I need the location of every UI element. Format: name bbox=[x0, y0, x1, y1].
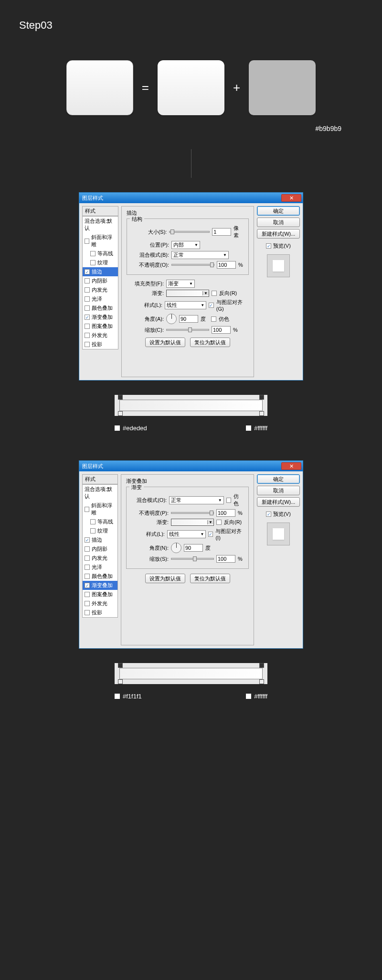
ok-button[interactable]: 确定 bbox=[257, 474, 300, 484]
gradient-bar[interactable] bbox=[119, 400, 263, 411]
scale-input[interactable] bbox=[216, 555, 235, 563]
new-style-button[interactable]: 新建样式(W)... bbox=[257, 497, 300, 507]
close-icon[interactable]: ✕ bbox=[281, 462, 301, 470]
reset-default-button[interactable]: 复位为默认值 bbox=[190, 338, 230, 347]
color-stop-left[interactable] bbox=[118, 411, 123, 416]
titlebar[interactable]: 图层样式 ✕ bbox=[79, 461, 303, 471]
style-checkbox[interactable] bbox=[90, 528, 96, 534]
style-item-4[interactable]: 内阴影 bbox=[83, 544, 117, 554]
style-item-3[interactable]: ✓描边 bbox=[83, 267, 118, 276]
color-stop-left[interactable] bbox=[118, 679, 123, 684]
opacity-stop-right[interactable] bbox=[259, 395, 264, 400]
blend-options-item[interactable]: 混合选项:默认 bbox=[83, 485, 117, 501]
style-checkbox[interactable] bbox=[85, 555, 90, 561]
angle-input[interactable] bbox=[179, 315, 198, 323]
style-item-8[interactable]: ✓渐变叠加 bbox=[83, 581, 117, 590]
style-item-3[interactable]: ✓描边 bbox=[83, 535, 117, 544]
style-item-2[interactable]: 纹理 bbox=[83, 526, 117, 535]
style-checkbox[interactable] bbox=[85, 278, 90, 283]
angle-dial[interactable] bbox=[166, 314, 177, 324]
reverse-checkbox[interactable] bbox=[212, 291, 217, 296]
blendmode-dropdown[interactable]: 正常▼ bbox=[171, 251, 229, 259]
style-checkbox[interactable]: ✓ bbox=[85, 269, 90, 274]
style-item-5[interactable]: 内发光 bbox=[83, 554, 117, 563]
style-checkbox[interactable] bbox=[85, 610, 90, 615]
style-checkbox[interactable] bbox=[85, 574, 90, 579]
preview-checkbox[interactable]: ✓ bbox=[266, 512, 271, 517]
set-default-button[interactable]: 设置为默认值 bbox=[145, 338, 185, 347]
style-dropdown[interactable]: 线性▼ bbox=[167, 530, 206, 538]
opacity-input[interactable] bbox=[217, 261, 236, 269]
style-item-7[interactable]: 颜色叠加 bbox=[83, 304, 118, 313]
style-item-5[interactable]: 内发光 bbox=[83, 285, 118, 294]
style-item-7[interactable]: 颜色叠加 bbox=[83, 572, 117, 581]
style-dropdown[interactable]: 线性▼ bbox=[165, 301, 206, 309]
filltype-dropdown[interactable]: 渐变▼ bbox=[166, 280, 195, 288]
new-style-button[interactable]: 新建样式(W)... bbox=[257, 229, 300, 239]
style-item-0[interactable]: 斜面和浮雕 bbox=[83, 501, 117, 517]
color-stop-right[interactable] bbox=[259, 679, 264, 684]
preview-checkbox[interactable]: ✓ bbox=[266, 243, 271, 249]
blendmode-dropdown[interactable]: 正常▼ bbox=[169, 496, 223, 504]
style-checkbox[interactable] bbox=[85, 592, 90, 597]
gradient-editor-1[interactable] bbox=[115, 395, 267, 416]
style-checkbox[interactable] bbox=[85, 565, 90, 570]
style-checkbox[interactable] bbox=[85, 296, 90, 302]
style-item-8[interactable]: ✓渐变叠加 bbox=[83, 313, 118, 322]
dither-checkbox[interactable] bbox=[226, 498, 232, 503]
ok-button[interactable]: 确定 bbox=[257, 206, 300, 216]
style-checkbox[interactable] bbox=[85, 324, 90, 329]
style-checkbox[interactable]: ✓ bbox=[85, 537, 90, 543]
style-item-9[interactable]: 图案叠加 bbox=[83, 590, 117, 599]
align-checkbox[interactable]: ✓ bbox=[208, 532, 213, 537]
style-item-10[interactable]: 外发光 bbox=[83, 331, 118, 340]
size-slider[interactable] bbox=[169, 231, 210, 233]
style-checkbox[interactable] bbox=[90, 260, 96, 265]
opacity-stop-left[interactable] bbox=[118, 663, 123, 668]
align-checkbox[interactable]: ✓ bbox=[209, 303, 214, 308]
scale-input[interactable] bbox=[212, 326, 231, 334]
dither-checkbox[interactable] bbox=[211, 316, 216, 322]
opacity-slider[interactable] bbox=[171, 512, 214, 514]
gradient-picker[interactable]: ▼ bbox=[166, 290, 209, 297]
scale-slider[interactable] bbox=[166, 329, 209, 331]
style-item-6[interactable]: 光泽 bbox=[83, 294, 118, 304]
style-item-0[interactable]: 斜面和浮雕 bbox=[83, 233, 118, 249]
style-checkbox[interactable]: ✓ bbox=[85, 315, 90, 320]
style-checkbox[interactable] bbox=[85, 239, 89, 244]
style-item-9[interactable]: 图案叠加 bbox=[83, 322, 118, 331]
style-checkbox[interactable] bbox=[85, 305, 90, 311]
opacity-stop-right[interactable] bbox=[259, 663, 264, 668]
gradient-picker[interactable]: ▼ bbox=[171, 519, 214, 526]
opacity-slider[interactable] bbox=[171, 264, 214, 266]
titlebar[interactable]: 图层样式 ✕ bbox=[79, 193, 303, 203]
angle-dial[interactable] bbox=[171, 543, 181, 553]
style-checkbox[interactable] bbox=[85, 333, 90, 338]
blend-options-item[interactable]: 混合选项:默认 bbox=[83, 217, 118, 233]
style-checkbox[interactable] bbox=[85, 601, 90, 606]
reset-default-button[interactable]: 复位为默认值 bbox=[190, 574, 230, 583]
scale-slider[interactable] bbox=[171, 558, 214, 560]
style-checkbox[interactable] bbox=[90, 519, 96, 524]
close-icon[interactable]: ✕ bbox=[281, 194, 301, 202]
style-checkbox[interactable] bbox=[85, 287, 90, 293]
style-item-2[interactable]: 纹理 bbox=[83, 258, 118, 267]
style-checkbox[interactable]: ✓ bbox=[85, 583, 90, 588]
style-item-4[interactable]: 内阴影 bbox=[83, 276, 118, 285]
style-item-11[interactable]: 投影 bbox=[83, 608, 117, 617]
style-checkbox[interactable] bbox=[85, 507, 89, 512]
position-dropdown[interactable]: 内部▼ bbox=[171, 241, 200, 249]
angle-input[interactable] bbox=[184, 544, 203, 552]
style-checkbox[interactable] bbox=[90, 251, 96, 256]
opacity-input[interactable] bbox=[216, 509, 235, 517]
reverse-checkbox[interactable] bbox=[216, 520, 222, 525]
gradient-bar[interactable] bbox=[119, 668, 263, 679]
color-stop-right[interactable] bbox=[259, 411, 264, 416]
style-item-6[interactable]: 光泽 bbox=[83, 563, 117, 572]
gradient-editor-2[interactable] bbox=[115, 663, 267, 684]
set-default-button[interactable]: 设置为默认值 bbox=[145, 574, 185, 583]
cancel-button[interactable]: 取消 bbox=[257, 486, 300, 495]
style-checkbox[interactable] bbox=[85, 342, 90, 347]
style-item-10[interactable]: 外发光 bbox=[83, 599, 117, 608]
style-checkbox[interactable] bbox=[85, 546, 90, 552]
